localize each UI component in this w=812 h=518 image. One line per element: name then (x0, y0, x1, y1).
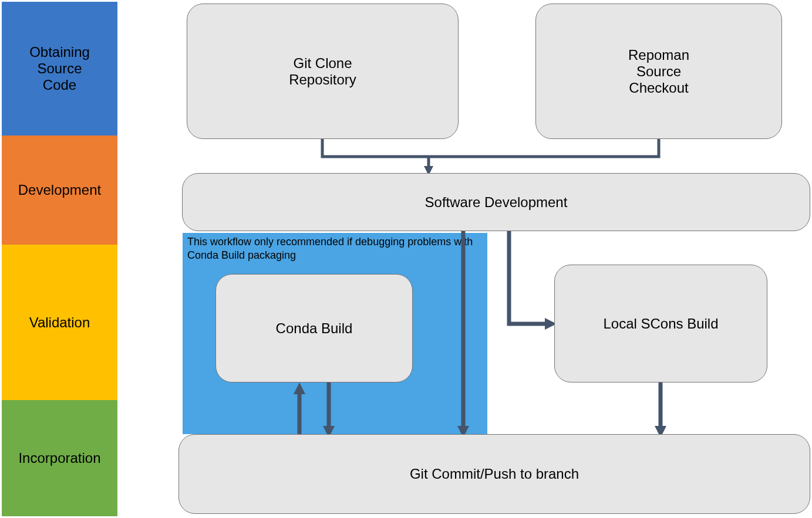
box-software-dev: Software Development (182, 173, 810, 231)
phase-obtaining-source: Obtaining Source Code (2, 2, 117, 136)
phase-label: Obtaining Source Code (29, 44, 90, 93)
phase-label: Incorporation (18, 450, 100, 466)
box-local-scons: Local SCons Build (554, 265, 767, 382)
phase-development: Development (2, 136, 117, 245)
box-repoman: Repoman Source Checkout (535, 4, 782, 139)
box-conda-build: Conda Build (215, 274, 413, 382)
box-label: Git Commit/Push to branch (410, 466, 579, 482)
box-label: Software Development (425, 194, 568, 211)
box-git-commit: Git Commit/Push to branch (178, 434, 810, 514)
box-label: Repoman Source Checkout (628, 47, 689, 96)
box-label: Git Clone Repository (289, 55, 356, 88)
box-git-clone: Git Clone Repository (187, 4, 459, 139)
box-label: Conda Build (276, 320, 353, 337)
box-label: Local SCons Build (603, 316, 718, 332)
arrow-clone-and-repoman-to-dev (322, 139, 659, 171)
phase-label: Validation (29, 314, 90, 331)
phase-label: Development (18, 182, 101, 198)
phase-validation: Validation (2, 245, 117, 400)
phase-incorporation: Incorporation (2, 400, 117, 516)
arrow-dev-to-scons (509, 231, 551, 324)
callout-text: This workflow only recommended if debugg… (187, 235, 483, 262)
